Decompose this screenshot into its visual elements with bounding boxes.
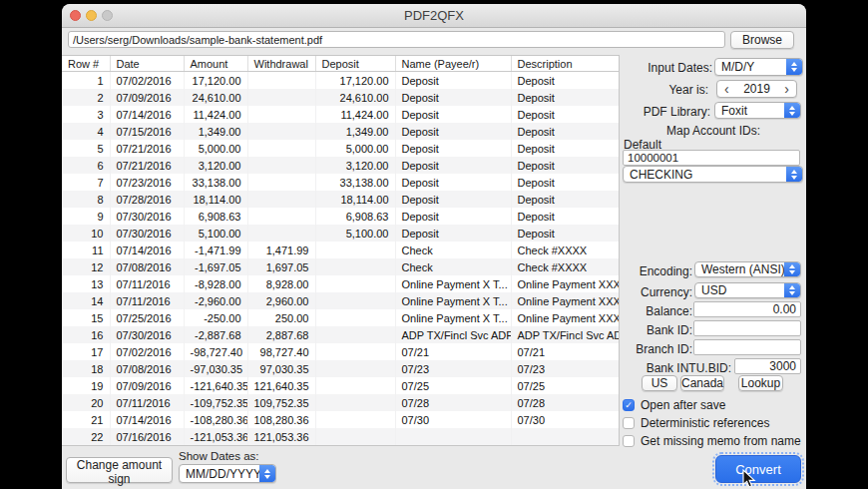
table-row[interactable]: 607/21/20163,120.003,120.00DepositDeposi… bbox=[62, 157, 619, 174]
table-cell: 17,120.00 bbox=[184, 72, 247, 90]
table-row[interactable]: 1407/11/2016-2,960.002,960.00Online Paym… bbox=[62, 292, 619, 309]
table-cell: 07/23 bbox=[395, 360, 511, 377]
encoding-select[interactable]: Western (ANSI) bbox=[694, 261, 801, 277]
checkbox-open-after-save[interactable]: ✓Open after save bbox=[623, 398, 725, 412]
table-cell: -250.00 bbox=[184, 309, 247, 326]
column-header[interactable]: Deposit bbox=[315, 56, 395, 72]
column-header[interactable]: Withdrawal bbox=[247, 56, 315, 72]
table-cell: Online Payment XXXX bbox=[511, 309, 619, 326]
table-row[interactable]: 1107/14/2016-1,471.991,471.99CheckCheck … bbox=[62, 242, 619, 258]
table-row[interactable]: 1207/08/2016-1,697.051,697.05CheckCheck … bbox=[62, 258, 619, 275]
table-row[interactable]: 1007/30/20165,100.005,100.00DepositDepos… bbox=[62, 225, 619, 242]
currency-select[interactable]: USD bbox=[694, 282, 801, 298]
table-row[interactable]: 1807/08/2016-97,030.3597,030.3507/2307/2… bbox=[62, 360, 619, 377]
balance-input[interactable] bbox=[693, 301, 801, 317]
table-row[interactable]: 107/02/201617,120.0017,120.00DepositDepo… bbox=[62, 72, 619, 90]
table-cell bbox=[247, 123, 315, 140]
browse-button[interactable]: Browse bbox=[730, 31, 794, 49]
column-header[interactable]: Amount bbox=[184, 56, 247, 72]
checkbox-deterministic-references[interactable]: ✓Deterministic references bbox=[623, 416, 769, 430]
stepper-icon bbox=[259, 465, 275, 482]
table-cell: Deposit bbox=[511, 72, 619, 90]
minimize-window-button[interactable] bbox=[86, 10, 97, 21]
stepper-icon bbox=[784, 262, 800, 276]
table-row[interactable]: 1907/09/2016-121,640.35121,640.3507/2507… bbox=[62, 377, 619, 394]
table-row[interactable]: 707/23/201633,138.0033,138.00DepositDepo… bbox=[62, 174, 619, 191]
table-cell: 11,424.00 bbox=[315, 106, 395, 123]
table-cell: -1,697.05 bbox=[184, 258, 247, 275]
default-account-id-input[interactable] bbox=[623, 150, 800, 166]
checkbox-checked-icon[interactable]: ✓ bbox=[623, 399, 635, 411]
input-dates-value: M/D/Y bbox=[715, 60, 786, 74]
transactions-table: Row #DateAmountWithdrawalDepositName (Pa… bbox=[62, 55, 620, 446]
table-row[interactable]: 2207/16/2016-121,053.36121,053.36 bbox=[62, 428, 619, 445]
table-row[interactable]: 1707/02/2016-98,727.4098,727.4007/2107/2… bbox=[62, 343, 619, 360]
pdf-library-select[interactable]: Foxit bbox=[714, 102, 801, 119]
column-header[interactable]: Name (Payee/r) bbox=[395, 56, 511, 72]
canada-button[interactable]: Canada bbox=[680, 375, 724, 391]
table-cell: 07/28 bbox=[395, 394, 511, 411]
column-header[interactable]: Date bbox=[110, 56, 184, 72]
table-row[interactable]: 907/30/20166,908.636,908.63DepositDeposi… bbox=[62, 208, 619, 225]
table-cell: 3 bbox=[62, 106, 110, 123]
close-window-button[interactable] bbox=[70, 10, 81, 21]
account-type-select[interactable]: CHECKING bbox=[623, 166, 803, 183]
table-cell bbox=[315, 275, 395, 292]
table-cell bbox=[315, 292, 395, 309]
date-format-select[interactable]: MM/DD/YYYY bbox=[179, 464, 276, 483]
table-row[interactable]: 1307/11/2016-8,928.008,928.00Online Paym… bbox=[62, 275, 619, 292]
table-cell: Deposit bbox=[395, 157, 511, 174]
column-header[interactable]: Row # bbox=[62, 56, 110, 72]
table-cell: 19 bbox=[62, 377, 110, 394]
table-cell: Online Payment X T... bbox=[395, 309, 511, 326]
table-cell: ADP TX/Fincl Svc ADP bbox=[511, 326, 619, 343]
bank-id-input[interactable] bbox=[693, 320, 801, 336]
table-cell: 1,471.99 bbox=[247, 242, 315, 258]
table-cell: Check bbox=[395, 258, 511, 275]
convert-button[interactable]: Convert bbox=[715, 455, 801, 483]
table-cell: 07/14/2016 bbox=[110, 242, 184, 258]
checkbox-unchecked-icon[interactable]: ✓ bbox=[623, 417, 635, 429]
table-cell: 121,053.36 bbox=[247, 428, 315, 445]
table-cell: Deposit bbox=[511, 174, 619, 191]
table-cell: 2,887.68 bbox=[247, 326, 315, 343]
zoom-window-button[interactable] bbox=[102, 10, 113, 21]
year-decrement-button[interactable]: ‹ bbox=[724, 82, 729, 96]
table-row[interactable]: 807/28/201618,114.0018,114.00DepositDepo… bbox=[62, 191, 619, 208]
branch-id-input[interactable] bbox=[693, 339, 801, 355]
table-row[interactable]: 507/21/20165,000.005,000.00DepositDeposi… bbox=[62, 140, 619, 157]
table-cell: Deposit bbox=[395, 191, 511, 208]
intu-bid-input[interactable] bbox=[734, 358, 801, 374]
table-cell: 2 bbox=[62, 89, 110, 106]
file-path-input[interactable] bbox=[68, 31, 725, 48]
year-increment-button[interactable]: › bbox=[784, 82, 789, 96]
table-cell: Deposit bbox=[511, 123, 619, 140]
table-row[interactable]: 307/14/201611,424.0011,424.00DepositDepo… bbox=[62, 106, 619, 123]
table-cell: 33,138.00 bbox=[315, 174, 395, 191]
input-dates-select[interactable]: M/D/Y bbox=[714, 58, 803, 76]
table-row[interactable]: 1507/25/2016-250.00250.00Online Payment … bbox=[62, 309, 619, 326]
table-row[interactable]: 2007/11/2016-109,752.35109,752.3507/2807… bbox=[62, 394, 619, 411]
table-row[interactable]: 407/15/20161,349.001,349.00DepositDeposi… bbox=[62, 123, 619, 140]
table-row[interactable]: 2107/14/2016-108,280.36108,280.3607/3007… bbox=[62, 411, 619, 428]
table-cell: 22 bbox=[62, 428, 110, 445]
checkbox-get-missing-memo-from-name[interactable]: ✓Get missing memo from name bbox=[623, 434, 801, 448]
bank-intu-bid-label: Bank INTU.BID: bbox=[647, 361, 731, 375]
us-button[interactable]: US bbox=[642, 375, 677, 391]
table-cell: 07/23/2016 bbox=[110, 174, 184, 191]
table-cell: 07/30 bbox=[395, 411, 511, 428]
change-amount-sign-button[interactable]: Change amount sign bbox=[66, 457, 173, 483]
table-cell: 20 bbox=[62, 394, 110, 411]
table-cell: 1 bbox=[62, 72, 110, 90]
table-cell: Deposit bbox=[395, 106, 511, 123]
table-row[interactable]: 1607/30/2016-2,887.682,887.68ADP TX/Finc… bbox=[62, 326, 619, 343]
column-header[interactable]: Description bbox=[511, 56, 619, 72]
table-row[interactable]: 207/09/201624,610.0024,610.00DepositDepo… bbox=[62, 89, 619, 106]
table-cell: 07/28/2016 bbox=[110, 191, 184, 208]
table-cell bbox=[315, 242, 395, 258]
table-cell bbox=[247, 72, 315, 90]
checkbox-unchecked-icon[interactable]: ✓ bbox=[623, 435, 635, 447]
lookup-button[interactable]: Lookup bbox=[738, 375, 783, 391]
checkbox-label: Get missing memo from name bbox=[641, 434, 801, 448]
table-cell: 07/21 bbox=[395, 343, 511, 360]
